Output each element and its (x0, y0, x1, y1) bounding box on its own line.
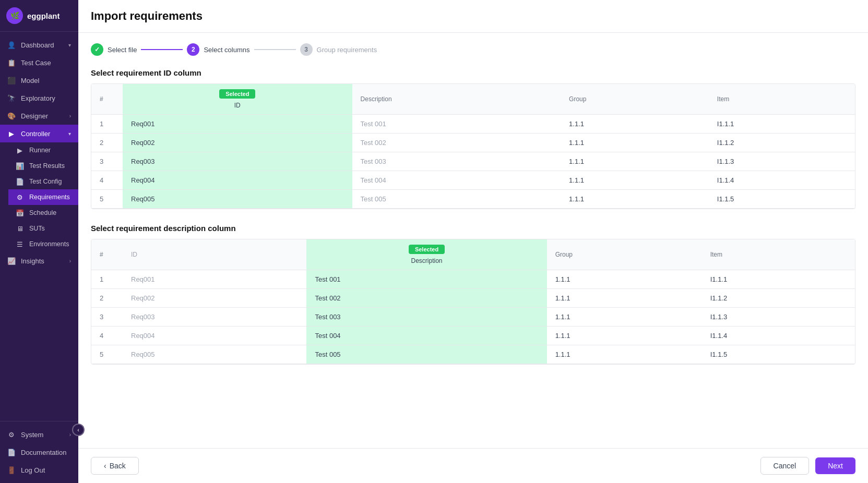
cancel-button[interactable]: Cancel (760, 457, 810, 475)
sidebar-item-requirements[interactable]: ⚙ Requirements (8, 189, 78, 205)
cell-description: Test 004 (306, 327, 546, 345)
sidebar-item-insights[interactable]: 📈 Insights › (0, 252, 78, 270)
controller-icon: ▶ (7, 129, 16, 138)
section2-table-header-row: # ID Selected Description Group Item (91, 239, 855, 270)
section1-col-item-header[interactable]: Item (709, 84, 855, 115)
cell-group: 1.1.1 (561, 190, 709, 209)
cell-id: Req002 (123, 289, 306, 308)
sidebar-label-insights: Insights (21, 257, 44, 265)
test-case-icon: 📋 (7, 58, 16, 67)
bottom-bar: ‹ Back Cancel Next (78, 448, 868, 483)
cell-group: 1.1.1 (547, 308, 702, 327)
cell-num: 1 (91, 115, 123, 134)
sidebar-item-documentation[interactable]: 📄 Documentation (0, 443, 78, 461)
controller-submenu: ▶ Runner 📊 Test Results 📄 Test Config ⚙ … (0, 142, 78, 252)
section1-col-num-header: # (91, 84, 123, 115)
section2-col-id-header[interactable]: ID (123, 239, 306, 270)
cell-id: Req005 (123, 190, 352, 209)
content-area: ✓ Select file 2 Select columns 3 Group r… (78, 33, 868, 448)
sidebar-label-documentation: Documentation (21, 449, 66, 456)
table-row: 3 Req003 Test 003 1.1.1 I1.1.3 (91, 152, 855, 171)
table-row: 5 Req005 Test 005 1.1.1 I1.1.5 (91, 190, 855, 209)
requirements-icon: ⚙ (16, 193, 24, 201)
sidebar-item-environments[interactable]: ☰ Environments (8, 236, 78, 252)
sidebar-item-runner[interactable]: ▶ Runner (8, 142, 78, 158)
sidebar: 🌿 eggplant 👤 Dashboard ▾ 📋 Test Case ⬛ M… (0, 0, 78, 483)
logout-icon: 🚪 (7, 466, 16, 474)
table-row: 3 Req003 Test 003 1.1.1 I1.1.3 (91, 308, 855, 327)
section2-col-item-header[interactable]: Item (702, 239, 855, 270)
sidebar-label-test-case: Test Case (21, 59, 51, 67)
cell-item: I1.1.4 (709, 171, 855, 190)
cell-id: Req003 (123, 152, 352, 171)
sidebar-item-system[interactable]: ⚙ System › (0, 426, 78, 443)
sidebar-item-logout[interactable]: 🚪 Log Out (0, 461, 78, 479)
sidebar-label-suts: SUTs (29, 225, 45, 232)
cell-item: I1.1.2 (702, 289, 855, 308)
cell-num: 4 (91, 171, 123, 190)
cell-group: 1.1.1 (547, 289, 702, 308)
cell-item: I1.1.3 (709, 152, 855, 171)
section2-selected-badge: Selected (409, 245, 445, 254)
back-button[interactable]: ‹ Back (91, 457, 139, 475)
designer-icon: 🎨 (7, 112, 16, 120)
cell-group: 1.1.1 (547, 270, 702, 289)
table-row: 5 Req005 Test 005 1.1.1 I1.1.5 (91, 345, 855, 364)
runner-icon: ▶ (16, 146, 24, 154)
back-label: Back (110, 462, 126, 470)
sidebar-item-dashboard[interactable]: 👤 Dashboard ▾ (0, 36, 78, 54)
step-circle-2: 2 (187, 43, 199, 56)
cell-id: Req003 (123, 308, 306, 327)
sidebar-item-model[interactable]: ⬛ Model (0, 71, 78, 89)
cell-group: 1.1.1 (547, 345, 702, 364)
cell-id: Req004 (123, 327, 306, 345)
cell-item: I1.1.3 (702, 308, 855, 327)
section1-col-id-header[interactable]: Selected ID (123, 84, 352, 115)
sidebar-item-suts[interactable]: 🖥 SUTs (8, 221, 78, 236)
insights-icon: 📈 (7, 257, 16, 265)
sidebar-label-model: Model (21, 77, 39, 84)
cell-id: Req001 (123, 270, 306, 289)
section2-table-scroll[interactable]: # ID Selected Description Group Item 1 (91, 239, 855, 364)
exploratory-icon: 🔭 (7, 94, 16, 102)
table-row: 1 Req001 Test 001 1.1.1 I1.1.1 (91, 270, 855, 289)
sidebar-collapse-button[interactable]: ‹ (72, 424, 85, 436)
cell-id: Req005 (123, 345, 306, 364)
environments-icon: ☰ (16, 240, 24, 248)
section2-table-body: 1 Req001 Test 001 1.1.1 I1.1.1 2 Req002 … (91, 270, 855, 364)
chevron-down-icon-2: ▾ (68, 131, 71, 137)
section1-col-group-header[interactable]: Group (561, 84, 709, 115)
sidebar-item-test-config[interactable]: 📄 Test Config (8, 174, 78, 189)
dashboard-icon: 👤 (7, 41, 16, 49)
sidebar-item-controller[interactable]: ▶ Controller ▾ (0, 125, 78, 142)
sidebar-logo: 🌿 eggplant (0, 0, 78, 32)
section1-col-desc-header[interactable]: Description (352, 84, 561, 115)
section1-table-scroll[interactable]: # Selected ID Description Group Item 1 (91, 84, 855, 209)
sidebar-label-dashboard: Dashboard (21, 41, 54, 49)
cell-description: Test 003 (352, 152, 561, 171)
table-row: 2 Req002 Test 002 1.1.1 I1.1.2 (91, 289, 855, 308)
chevron-right-icon-3: › (69, 432, 71, 438)
system-icon: ⚙ (7, 430, 16, 439)
cell-id: Req002 (123, 134, 352, 152)
next-button[interactable]: Next (815, 457, 855, 474)
sidebar-item-designer[interactable]: 🎨 Designer › (0, 107, 78, 125)
cell-description: Test 001 (306, 270, 546, 289)
section2-table: # ID Selected Description Group Item 1 (91, 239, 855, 364)
sidebar-item-schedule[interactable]: 📅 Schedule (8, 205, 78, 221)
cell-id: Req004 (123, 171, 352, 190)
section2-col-group-header[interactable]: Group (547, 239, 702, 270)
section2-col-num-header: # (91, 239, 123, 270)
cell-group: 1.1.1 (561, 134, 709, 152)
sidebar-item-test-case[interactable]: 📋 Test Case (0, 54, 78, 71)
cell-num: 2 (91, 134, 123, 152)
section2-col-desc-header[interactable]: Selected Description (306, 239, 546, 270)
sidebar-item-test-results[interactable]: 📊 Test Results (8, 158, 78, 174)
sidebar-item-exploratory[interactable]: 🔭 Exploratory (0, 89, 78, 107)
section1-col-id-label: ID (131, 102, 344, 109)
table-row: 2 Req002 Test 002 1.1.1 I1.1.2 (91, 134, 855, 152)
chevron-right-icon: › (69, 113, 71, 119)
cell-num: 1 (91, 270, 123, 289)
cell-description: Test 005 (306, 345, 546, 364)
cell-item: I1.1.5 (709, 190, 855, 209)
